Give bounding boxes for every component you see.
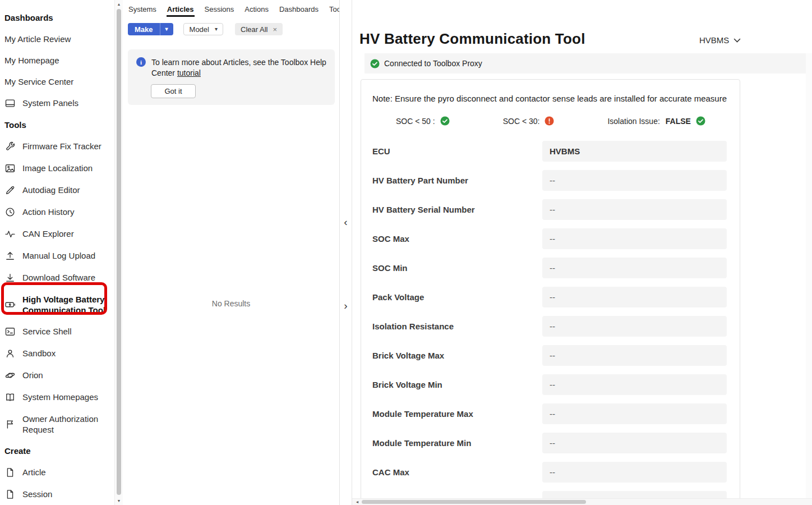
- tab-systems[interactable]: Systems: [128, 0, 157, 17]
- tab-dashboards[interactable]: Dashboards: [279, 0, 319, 17]
- book-icon: [4, 392, 16, 403]
- field-value: --: [542, 374, 727, 395]
- field-value: --: [542, 170, 727, 191]
- sidebar-scrollbar[interactable]: ▲ ▼: [114, 0, 123, 505]
- sidebar-item-label: Owner Authorization Request: [22, 414, 112, 435]
- collapse-left-icon[interactable]: ‹: [340, 215, 352, 229]
- field-value: --: [542, 287, 727, 307]
- sidebar-item-label: Download Software: [22, 272, 95, 283]
- panel-divider: ‹ ›: [339, 0, 352, 505]
- model-filter-button[interactable]: Model ▾: [183, 23, 223, 35]
- sidebar-item-image-localization[interactable]: Image Localization: [4, 157, 112, 179]
- make-filter-button[interactable]: Make ▾: [128, 23, 173, 35]
- field-label: SOC Min: [372, 263, 535, 273]
- sidebar-item-orion[interactable]: Orion: [4, 364, 112, 386]
- sidebar-item-sandbox[interactable]: Sandbox: [4, 342, 112, 364]
- field-row-ecu: ECU HVBMS: [372, 141, 727, 162]
- sidebar-item-my-article-review[interactable]: My Article Review: [4, 28, 112, 49]
- sidebar-item-label: Article: [22, 467, 46, 478]
- scroll-down-icon[interactable]: ▼: [115, 497, 123, 505]
- sidebar-item-create-article[interactable]: Article: [4, 461, 112, 483]
- person-icon: [4, 348, 16, 359]
- sidebar-section-create: Create: [4, 440, 112, 461]
- sidebar-section-dashboards: Dashboards: [4, 7, 112, 28]
- field-row-cac-max: CAC Max --: [372, 462, 727, 483]
- document-icon: [4, 489, 16, 500]
- info-text: To learn more about Articles, see the To…: [151, 57, 326, 79]
- expand-right-icon[interactable]: ›: [340, 299, 352, 313]
- alert-circle-icon: [545, 116, 554, 126]
- sidebar-item-label: CAN Explorer: [22, 228, 74, 239]
- sidebar-item-label: Manual Log Upload: [22, 250, 95, 261]
- sidebar-item-high-voltage-battery-communication-tool[interactable]: High Voltage Battery Communication Tool: [4, 288, 112, 320]
- field-value: --: [542, 433, 727, 453]
- field-row-hv-battery-serial-number: HV Battery Serial Number --: [372, 199, 727, 220]
- main-panel: HV Battery Communication Tool HVBMS Conn…: [352, 0, 812, 505]
- sidebar-item-my-service-center[interactable]: My Service Center: [4, 71, 112, 92]
- terminal-icon: [4, 326, 16, 337]
- field-label: HV Battery Part Number: [372, 175, 535, 186]
- field-row-soc-min: SOC Min --: [372, 258, 727, 278]
- sidebar-item-label: My Article Review: [4, 34, 71, 44]
- make-filter-label: Make: [128, 25, 160, 34]
- check-circle-icon: [440, 116, 450, 126]
- sidebar-item-label: High Voltage Battery Communication Tool: [22, 294, 112, 315]
- sidebar-item-label: System Homepages: [22, 392, 98, 402]
- field-row-brick-voltage-max: Brick Voltage Max --: [372, 345, 727, 366]
- sidebar-item-create-session[interactable]: Session: [4, 483, 112, 505]
- tab-sessions[interactable]: Sessions: [204, 0, 235, 17]
- sidebar-item-can-explorer[interactable]: CAN Explorer: [4, 223, 112, 245]
- tab-articles[interactable]: Articles: [167, 0, 195, 17]
- ecu-selector-value: HVBMS: [699, 35, 729, 45]
- connection-status-text: Connected to Toolbox Proxy: [384, 59, 482, 68]
- got-it-button[interactable]: Got it: [151, 84, 196, 98]
- info-icon: i: [136, 57, 146, 67]
- sidebar-item-label: My Homepage: [4, 55, 59, 66]
- indicator-value: FALSE: [666, 117, 691, 126]
- sidebar-item-my-homepage[interactable]: My Homepage: [4, 49, 112, 71]
- tab-actions[interactable]: Actions: [244, 0, 269, 17]
- field-label: Isolation Resistance: [372, 321, 535, 332]
- sidebar-item-label: Autodiag Editor: [22, 185, 80, 195]
- image-icon: [4, 163, 16, 174]
- app-root: Dashboards My Article Review My Homepage…: [0, 0, 812, 505]
- ecu-selector-dropdown[interactable]: HVBMS: [699, 35, 741, 45]
- caret-down-icon: ▾: [160, 26, 173, 32]
- tutorial-link[interactable]: tutorial: [177, 68, 201, 77]
- main-vertical-scrollbar[interactable]: [806, 53, 812, 498]
- upload-icon: [4, 250, 16, 261]
- sidebar-scrollbar-thumb[interactable]: [117, 9, 121, 495]
- main-horizontal-scrollbar[interactable]: ◄: [352, 498, 812, 505]
- field-row-module-temperature-max: Module Temperature Max --: [372, 403, 727, 424]
- horizontal-scrollbar-thumb[interactable]: [362, 500, 586, 504]
- field-label: SOC Max: [372, 233, 535, 244]
- page-title: HV Battery Communication Tool: [359, 30, 585, 47]
- sidebar-item-owner-authorization-request[interactable]: Owner Authorization Request: [4, 408, 112, 440]
- field-label: Pack Voltage: [372, 292, 535, 302]
- field-value: --: [542, 403, 727, 424]
- field-value: --: [542, 258, 727, 278]
- sidebar-item-label: Action History: [22, 206, 75, 217]
- field-row-brick-voltage-min: Brick Voltage Min --: [372, 374, 727, 395]
- scroll-left-icon[interactable]: ◄: [353, 499, 361, 505]
- sidebar-item-download-software[interactable]: Download Software: [4, 267, 112, 288]
- close-icon[interactable]: ×: [273, 25, 277, 34]
- status-indicators: SOC < 50 : SOC < 30: Isolation Issue: FA…: [396, 116, 727, 126]
- sidebar-item-system-panels[interactable]: System Panels: [4, 92, 112, 114]
- sidebar-item-service-shell[interactable]: Service Shell: [4, 320, 112, 342]
- document-icon: [4, 467, 16, 478]
- field-row-hv-battery-part-number: HV Battery Part Number --: [372, 170, 727, 191]
- battery-icon: [4, 299, 16, 310]
- caret-down-icon: ▾: [215, 26, 223, 32]
- sidebar-item-autodiag-editor[interactable]: Autodiag Editor: [4, 179, 112, 201]
- sidebar-item-firmware-fix-tracker[interactable]: Firmware Fix Tracker: [4, 135, 112, 157]
- empty-state-text: No Results: [123, 299, 339, 308]
- scroll-up-icon[interactable]: ▲: [115, 0, 123, 8]
- note-text: Note: Ensure the pyro disconnect and con…: [372, 93, 727, 104]
- sidebar-item-manual-log-upload[interactable]: Manual Log Upload: [4, 245, 112, 267]
- clear-all-chip[interactable]: Clear All ×: [235, 23, 283, 35]
- sidebar-item-action-history[interactable]: Action History: [4, 201, 112, 223]
- indicator-label: SOC < 30:: [503, 117, 540, 126]
- sidebar-item-system-homepages[interactable]: System Homepages: [4, 386, 112, 408]
- field-label: Module Temperature Min: [372, 438, 535, 448]
